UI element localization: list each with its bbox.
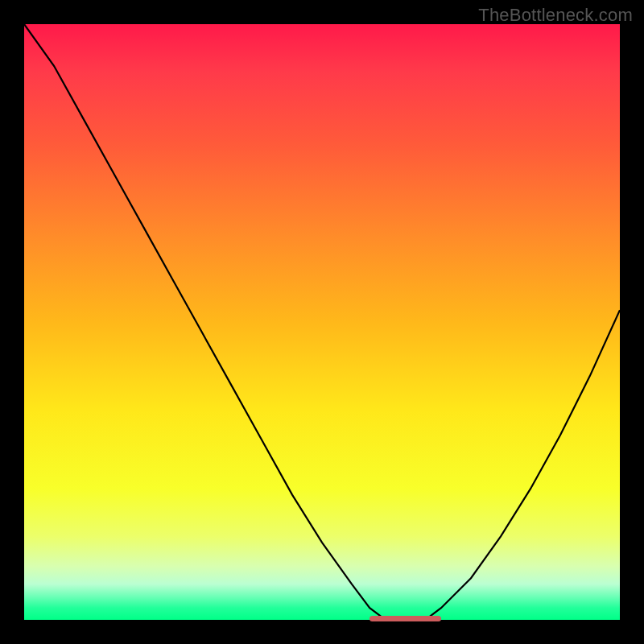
watermark-text: TheBottleneck.com bbox=[478, 5, 633, 26]
optimal-flat-marker bbox=[369, 616, 441, 621]
bottleneck-curve bbox=[24, 24, 620, 620]
chart-plot-area bbox=[24, 24, 620, 620]
